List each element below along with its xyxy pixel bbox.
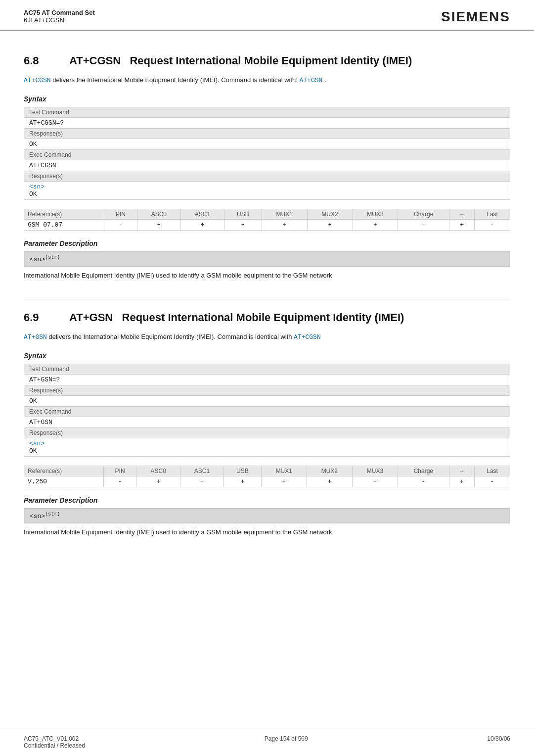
- col-last-6-8: Last: [475, 209, 510, 219]
- val-mux1-6-9: +: [261, 476, 307, 487]
- col-asc0-6-8: ASC0: [137, 209, 180, 219]
- param-block-6-8: <sn>(str): [24, 251, 510, 267]
- col-mux3-6-9: MUX3: [352, 466, 398, 476]
- section-6-9-heading: 6.9 AT+GSN Request International Mobile …: [24, 311, 510, 324]
- col-mux3-6-8: MUX3: [353, 209, 398, 219]
- val-mux2-6-8: +: [307, 219, 353, 230]
- val-asc1-6-9: +: [180, 476, 223, 487]
- ref-name-6-8: GSM 07.07: [24, 219, 104, 230]
- col-asc1-6-8: ASC1: [180, 209, 224, 219]
- test-cmd-response-val-6-9: OK: [24, 395, 510, 406]
- ref-table-6-9: Reference(s) PIN ASC0 ASC1 USB MUX1 MUX2…: [24, 466, 510, 487]
- val-last-6-8: -: [475, 219, 510, 230]
- col-mux2-6-9: MUX2: [307, 466, 352, 476]
- section-6-9-desc: AT+GSN delivers the International Mobile…: [24, 332, 510, 343]
- exec-cmd-response-label-6-9: Response(s): [24, 427, 510, 438]
- col-mux1-6-9: MUX1: [261, 466, 307, 476]
- val-mux1-6-8: +: [262, 219, 307, 230]
- val-arrow-6-9: +: [449, 476, 474, 487]
- section-6-9: 6.9 AT+GSN Request International Mobile …: [24, 311, 510, 544]
- section-6-8-syntax-label: Syntax: [24, 95, 510, 103]
- val-asc1-6-8: +: [180, 219, 224, 230]
- section-6-8-number: 6.8: [24, 54, 53, 67]
- val-usb-6-8: +: [224, 219, 262, 230]
- param-desc-heading-6-9: Parameter Description: [24, 496, 510, 504]
- exec-cmd-response-val-6-8: <sn>OK: [24, 181, 510, 199]
- exec-cmd-value-6-9: AT+GSN: [24, 417, 510, 427]
- col-charge-6-9: Charge: [398, 466, 449, 476]
- col-last-6-9: Last: [475, 466, 510, 476]
- col-pin-6-9: PIN: [103, 466, 136, 476]
- val-charge-6-8: -: [398, 219, 449, 230]
- main-content: 6.8 AT+CGSN Request International Mobile…: [0, 31, 534, 583]
- link-at-gsn-2[interactable]: AT+GSN: [24, 333, 47, 341]
- footer-left: AC75_ATC_V01.002 Confidential / Released: [24, 735, 85, 749]
- exec-cmd-label-6-9: Exec Command: [24, 406, 510, 417]
- header-title: AC75 AT Command Set: [24, 9, 95, 16]
- ref-table-6-8: Reference(s) PIN ASC0 ASC1 USB MUX1 MUX2…: [24, 209, 510, 231]
- test-cmd-value-6-9: AT+GSN=?: [24, 374, 510, 385]
- col-usb-6-8: USB: [224, 209, 262, 219]
- syntax-table-6-8: Test Command AT+CGSN=? Response(s) OK Ex…: [24, 107, 510, 200]
- section-6-9-number: 6.9: [24, 311, 53, 324]
- section-6-9-title: AT+GSN Request International Mobile Equi…: [69, 311, 404, 324]
- test-cmd-label-6-8: Test Command: [24, 107, 510, 117]
- col-pin-6-8: PIN: [104, 209, 137, 219]
- val-pin-6-8: -: [104, 219, 137, 230]
- val-last-6-9: -: [475, 476, 510, 487]
- col-asc0-6-9: ASC0: [136, 466, 180, 476]
- test-cmd-response-val-6-8: OK: [24, 139, 510, 149]
- exec-cmd-response-label-6-8: Response(s): [24, 171, 510, 181]
- header-subtitle: 6.8 AT+CGSN: [24, 16, 95, 24]
- val-asc0-6-8: +: [137, 219, 180, 230]
- footer-doc-id: AC75_ATC_V01.002: [24, 735, 85, 742]
- val-asc0-6-9: +: [136, 476, 180, 487]
- section-6-9-syntax-label: Syntax: [24, 352, 510, 360]
- exec-cmd-value-6-8: AT+CGSN: [24, 160, 510, 171]
- footer-page: Page 154 of 569: [265, 735, 308, 749]
- col-usb-6-9: USB: [224, 466, 262, 476]
- sn-response-6-8: <sn>: [29, 183, 44, 190]
- param-block-6-9: <sn>(str): [24, 508, 510, 523]
- val-pin-6-9: -: [103, 476, 136, 487]
- section-divider: [24, 299, 510, 299]
- siemens-logo: SIEMENS: [441, 9, 510, 25]
- test-cmd-response-label-6-9: Response(s): [24, 385, 510, 395]
- test-cmd-value-6-8: AT+CGSN=?: [24, 117, 510, 128]
- header-left: AC75 AT Command Set 6.8 AT+CGSN: [24, 9, 95, 24]
- test-cmd-label-6-9: Test Command: [24, 364, 510, 374]
- val-usb-6-9: +: [224, 476, 262, 487]
- section-6-8-desc: AT+CGSN delivers the International Mobil…: [24, 75, 510, 86]
- val-mux3-6-8: +: [353, 219, 398, 230]
- val-mux2-6-9: +: [307, 476, 352, 487]
- val-charge-6-9: -: [398, 476, 449, 487]
- param-label-6-9: <sn>(str): [24, 509, 510, 523]
- section-6-8-title: AT+CGSN Request International Mobile Equ…: [69, 54, 412, 67]
- link-at-gsn-1[interactable]: AT+GSN: [300, 77, 323, 84]
- footer-date: 10/30/06: [487, 735, 510, 749]
- col-arrow-6-8: →: [449, 209, 474, 219]
- ref-label-6-8: Reference(s): [24, 209, 104, 219]
- col-mux2-6-8: MUX2: [307, 209, 353, 219]
- col-mux1-6-8: MUX1: [262, 209, 307, 219]
- ref-label-6-9: Reference(s): [24, 466, 104, 476]
- ref-name-6-9: V.250: [24, 476, 104, 487]
- col-arrow-6-9: →: [449, 466, 474, 476]
- param-text-6-8: International Mobile Equipment Identity …: [24, 267, 510, 287]
- param-desc-heading-6-8: Parameter Description: [24, 239, 510, 247]
- section-6-8-heading: 6.8 AT+CGSN Request International Mobile…: [24, 54, 510, 67]
- param-label-6-8: <sn>(str): [24, 252, 510, 266]
- section-6-8: 6.8 AT+CGSN Request International Mobile…: [24, 54, 510, 287]
- page-header: AC75 AT Command Set 6.8 AT+CGSN SIEMENS: [0, 0, 534, 31]
- param-text-6-9: International Mobile Equipment Identity …: [24, 523, 510, 544]
- link-at-cgsn-2[interactable]: AT+CGSN: [294, 333, 321, 341]
- syntax-table-6-9: Test Command AT+GSN=? Response(s) OK Exe…: [24, 364, 510, 457]
- page-footer: AC75_ATC_V01.002 Confidential / Released…: [0, 728, 534, 756]
- exec-cmd-response-val-6-9: <sn>OK: [24, 438, 510, 456]
- sn-response-6-9: <sn>: [29, 440, 44, 447]
- val-arrow-6-8: +: [449, 219, 474, 230]
- val-mux3-6-9: +: [352, 476, 398, 487]
- col-asc1-6-9: ASC1: [180, 466, 223, 476]
- link-at-cgsn-1[interactable]: AT+CGSN: [24, 77, 51, 84]
- test-cmd-response-label-6-8: Response(s): [24, 128, 510, 139]
